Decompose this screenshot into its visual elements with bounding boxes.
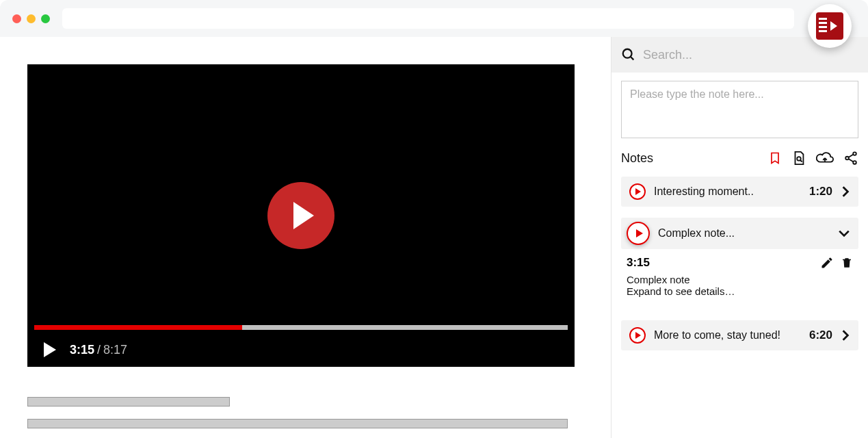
play-icon: [293, 202, 314, 229]
bookmark-icon[interactable]: [768, 151, 782, 166]
url-bar[interactable]: [62, 8, 794, 29]
edit-icon[interactable]: [820, 256, 834, 270]
window-frame: 3:15/8:17 Notes: [0, 0, 868, 438]
note-play-button[interactable]: [627, 222, 650, 245]
note-time: 6:20: [809, 328, 832, 342]
video-player[interactable]: 3:15/8:17: [27, 64, 575, 367]
video-duration: 8:17: [103, 343, 127, 357]
current-time: 3:15: [70, 343, 94, 357]
play-icon: [635, 188, 641, 195]
window-minimize-button[interactable]: [27, 14, 36, 23]
note-text: Complex note...: [658, 227, 830, 240]
content-area: 3:15/8:17 Notes: [0, 37, 868, 438]
video-controls: 3:15/8:17: [27, 333, 575, 367]
svg-line-7: [848, 155, 853, 158]
chevron-right-icon[interactable]: [841, 185, 850, 198]
content-placeholder: [27, 397, 583, 428]
title-bar: [0, 0, 868, 37]
video-progress-fill: [34, 325, 242, 330]
note-play-button[interactable]: [629, 327, 646, 344]
window-maximize-button[interactable]: [41, 14, 50, 23]
cloud-upload-icon[interactable]: [816, 151, 834, 166]
placeholder-line: [27, 419, 568, 428]
placeholder-line: [27, 397, 230, 407]
play-icon: [635, 332, 641, 339]
play-button[interactable]: [44, 342, 56, 357]
play-icon: [636, 229, 643, 237]
note-timestamp: 3:15: [627, 256, 820, 270]
note-input[interactable]: [621, 81, 858, 138]
svg-line-3: [800, 160, 802, 162]
chevron-down-icon[interactable]: [838, 229, 850, 238]
trash-icon[interactable]: [841, 256, 853, 270]
video-progress-track[interactable]: [34, 325, 568, 330]
svg-line-1: [631, 57, 634, 60]
notes-title: Notes: [621, 151, 768, 166]
note-item[interactable]: Interesting moment.. 1:20: [621, 177, 858, 207]
note-item-expanded[interactable]: Complex note...: [621, 218, 858, 249]
main-area: 3:15/8:17: [0, 37, 611, 438]
svg-line-8: [848, 159, 853, 162]
note-item[interactable]: More to come, stay tuned! 6:20: [621, 320, 858, 350]
note-play-button[interactable]: [629, 183, 646, 200]
sidebar-body: Notes Interesting moment.. 1:20: [611, 73, 868, 359]
traffic-lights: [12, 14, 50, 23]
big-play-button[interactable]: [267, 182, 334, 249]
page-search-icon[interactable]: [791, 151, 806, 166]
notes-header: Notes: [621, 151, 858, 166]
extension-logo-icon: [816, 12, 843, 40]
search-icon: [621, 47, 636, 62]
note-text: Interesting moment..: [654, 185, 801, 198]
note-expanded-body: Complex note Expand to see details…: [621, 270, 858, 309]
note-expanded-meta: 3:15: [621, 256, 858, 270]
sidebar: Notes Interesting moment.. 1:20: [611, 37, 868, 438]
notes-toolbar: [768, 151, 858, 166]
search-input[interactable]: [643, 48, 858, 62]
share-icon[interactable]: [843, 151, 858, 166]
extension-badge[interactable]: [808, 4, 852, 48]
window-close-button[interactable]: [12, 14, 21, 23]
note-text: More to come, stay tuned!: [654, 329, 801, 342]
note-time: 1:20: [809, 185, 832, 198]
video-time: 3:15/8:17: [70, 343, 127, 357]
svg-point-0: [623, 49, 632, 58]
chevron-right-icon[interactable]: [841, 329, 850, 342]
